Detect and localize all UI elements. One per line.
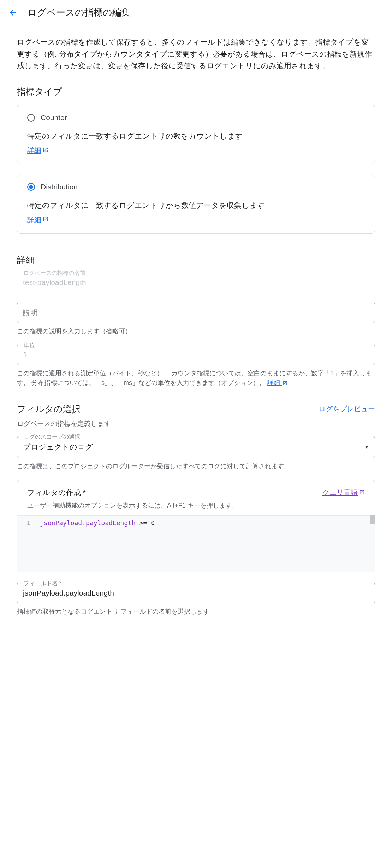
line-number: 1 <box>17 516 35 572</box>
code-editor[interactable]: 1 jsonPayload.payloadLength >= 0 <box>17 515 375 572</box>
scrollbar-icon[interactable] <box>370 515 375 524</box>
description-help: この指標の説明を入力します（省略可） <box>17 327 375 336</box>
field-name-label: フィールド名 * <box>22 580 64 587</box>
units-label: 単位 <box>22 342 37 349</box>
query-language-link[interactable]: クエリ言語 <box>322 488 365 497</box>
distribution-card[interactable]: Distribution 特定のフィルタに一致するログエントリから数値データを収… <box>17 174 375 234</box>
counter-radio[interactable] <box>27 114 35 122</box>
details-heading: 詳細 <box>17 254 375 266</box>
filter-editor: フィルタの作成 * ユーザー補助機能のオプションを表示するには、Alt+F1 キ… <box>17 480 375 572</box>
preview-logs-link[interactable]: ログをプレビュー <box>319 404 375 414</box>
metric-name-value: test-payloadLength <box>23 278 369 287</box>
description-field[interactable] <box>17 303 375 323</box>
page-title: ログベースの指標の編集 <box>28 6 131 19</box>
back-arrow-icon[interactable] <box>8 8 17 17</box>
counter-label: Counter <box>41 113 67 122</box>
radio-selected-icon <box>29 185 33 189</box>
filter-editor-hint: ユーザー補助機能のオプションを表示するには、Alt+F1 キーを押します。 <box>27 501 238 510</box>
log-scope-value: プロジェクトのログ <box>23 442 93 452</box>
external-link-icon <box>43 216 48 223</box>
counter-detail-link[interactable]: 詳細 <box>27 146 48 155</box>
field-name-help: 指標値の取得元となるログエントリ フィールドの名前を選択します <box>17 607 375 616</box>
counter-card[interactable]: Counter 特定のフィルタに一致するログエントリの数をカウントします 詳細 <box>17 105 375 164</box>
units-field[interactable]: 単位 <box>17 345 375 365</box>
metric-type-heading: 指標タイプ <box>17 86 375 98</box>
code-content[interactable]: jsonPayload.payloadLength >= 0 <box>35 516 375 572</box>
field-name-input[interactable] <box>23 589 369 597</box>
distribution-detail-link[interactable]: 詳細 <box>27 215 48 225</box>
units-detail-link[interactable]: 詳細 <box>267 379 287 386</box>
dropdown-arrow-icon: ▼ <box>364 444 369 450</box>
filter-editor-title: フィルタの作成 * <box>27 488 238 498</box>
metric-name-field: ログベースの指標の名前 test-payloadLength <box>17 273 375 292</box>
intro-text: ログベースの指標を作成して保存すると、多くのフィールドは編集できなくなります。指… <box>17 36 375 72</box>
units-input[interactable] <box>23 351 369 359</box>
counter-description: 特定のフィルタに一致するログエントリの数をカウントします <box>27 130 365 142</box>
distribution-label: Distribution <box>41 183 78 191</box>
log-scope-help: この指標は、このプロジェクトのログルーターが受信したすべてのログに対して計算され… <box>17 462 375 471</box>
filter-subtext: ログベースの指標を定義します <box>17 419 375 428</box>
filter-heading: フィルタの選択 <box>17 403 81 415</box>
distribution-radio[interactable] <box>27 183 35 191</box>
units-help: この指標に適用される測定単位（バイト、秒など）。 カウンタ指標については、空白の… <box>17 369 375 388</box>
external-link-icon <box>43 147 48 154</box>
distribution-description: 特定のフィルタに一致するログエントリから数値データを収集します <box>27 200 365 211</box>
log-scope-select[interactable]: ログのスコープの選択 プロジェクトのログ ▼ <box>17 436 375 458</box>
metric-name-label: ログベースの指標の名前 <box>21 270 88 277</box>
field-name-wrapper[interactable]: フィールド名 * <box>17 583 375 603</box>
log-scope-label: ログのスコープの選択 <box>22 433 82 441</box>
description-input[interactable] <box>23 309 369 317</box>
